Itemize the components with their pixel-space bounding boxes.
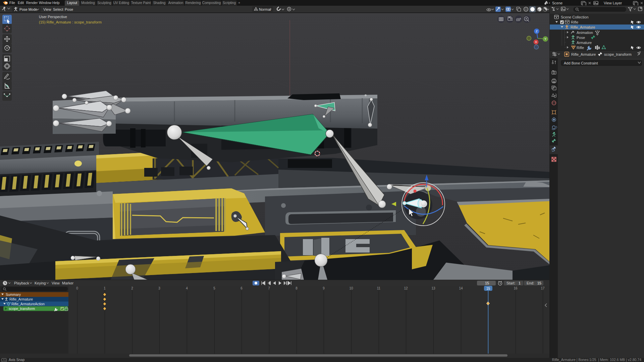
svg-text:Select: Select bbox=[53, 7, 63, 11]
svg-text:15: 15 bbox=[486, 287, 490, 290]
svg-text:1: 1 bbox=[519, 281, 521, 285]
svg-text:13: 13 bbox=[431, 286, 435, 290]
svg-text:Rifle_ArmatureAction: Rifle_ArmatureAction bbox=[11, 302, 45, 306]
svg-text:Marker: Marker bbox=[62, 281, 74, 285]
svg-text:10: 10 bbox=[349, 286, 353, 290]
svg-text:Rifle: Rifle bbox=[577, 46, 584, 50]
svg-text:View Layer: View Layer bbox=[604, 1, 622, 5]
svg-text:Normal: Normal bbox=[259, 7, 271, 11]
svg-text:17: 17 bbox=[541, 286, 545, 290]
svg-text:5: 5 bbox=[213, 286, 215, 290]
svg-text:Rifle_Armature: Rifle_Armature bbox=[571, 52, 596, 56]
svg-text:Playback: Playback bbox=[14, 281, 29, 285]
svg-text:Rifle: Rifle bbox=[571, 20, 578, 24]
svg-text:Z: Z bbox=[536, 30, 538, 33]
svg-text:12: 12 bbox=[404, 286, 408, 290]
svg-text:Scene: Scene bbox=[552, 1, 562, 5]
svg-text:4: 4 bbox=[186, 286, 188, 290]
svg-text:Rifle_Armature: Rifle_Armature bbox=[9, 297, 33, 301]
svg-text:View: View bbox=[52, 281, 60, 285]
svg-text:scope_transform: scope_transform bbox=[604, 52, 632, 56]
svg-text:16: 16 bbox=[514, 286, 518, 290]
svg-text:Pose: Pose bbox=[577, 36, 585, 40]
svg-text:9: 9 bbox=[323, 286, 325, 290]
svg-text:Rifle_Armature: Rifle_Armature bbox=[571, 25, 595, 29]
svg-text:Keying: Keying bbox=[35, 281, 46, 285]
svg-text:2: 2 bbox=[131, 286, 133, 290]
svg-text:1: 1 bbox=[104, 286, 106, 290]
svg-text:14: 14 bbox=[459, 286, 463, 290]
svg-text:View: View bbox=[43, 7, 51, 11]
svg-text:End:: End: bbox=[527, 281, 534, 285]
svg-text:6: 6 bbox=[240, 286, 243, 290]
svg-text:8: 8 bbox=[296, 286, 298, 290]
svg-text:3: 3 bbox=[158, 286, 160, 290]
svg-text:Y: Y bbox=[544, 37, 546, 41]
svg-text:Scene Collection: Scene Collection bbox=[561, 15, 589, 19]
svg-text:Summary: Summary bbox=[6, 292, 21, 297]
svg-text:7: 7 bbox=[268, 286, 270, 290]
svg-text:Start:: Start: bbox=[506, 281, 515, 285]
svg-text:Pose: Pose bbox=[65, 7, 73, 11]
svg-text:Armature: Armature bbox=[577, 41, 592, 45]
svg-text:X: X bbox=[535, 40, 537, 44]
svg-text:15: 15 bbox=[537, 281, 541, 285]
svg-text:Pose Mode: Pose Mode bbox=[19, 7, 37, 11]
svg-text:11: 11 bbox=[377, 286, 381, 290]
svg-text:Add Bone Constraint: Add Bone Constraint bbox=[564, 61, 598, 65]
svg-text:Animation: Animation bbox=[577, 31, 593, 35]
svg-text:0: 0 bbox=[76, 286, 78, 290]
svg-text:15: 15 bbox=[485, 281, 489, 285]
svg-text:scope_transform: scope_transform bbox=[9, 307, 35, 311]
